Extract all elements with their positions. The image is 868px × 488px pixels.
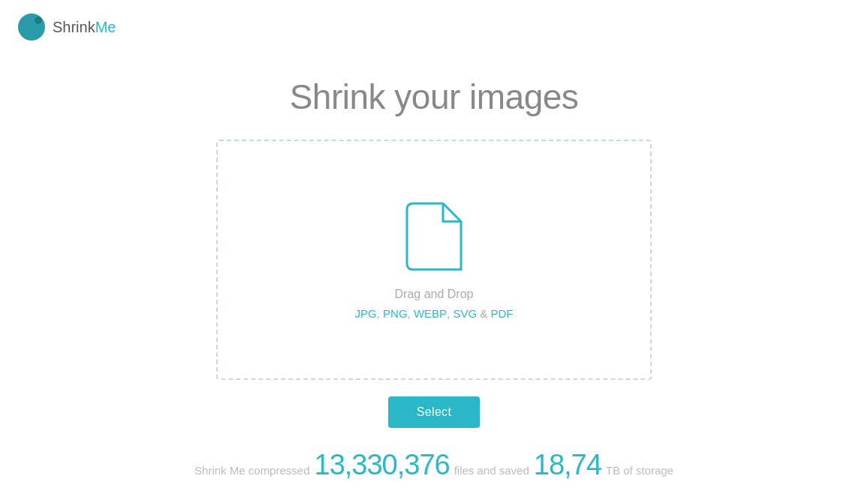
stats-prefix: Shrink Me compressed xyxy=(194,464,309,477)
type-webp: WEBP xyxy=(414,307,447,320)
main-content: Shrink your images Drag and Drop JPG, PN… xyxy=(0,54,868,481)
type-pdf: PDF xyxy=(490,307,513,320)
type-svg: SVG xyxy=(453,307,477,320)
stats-middle: files and saved xyxy=(454,464,529,477)
type-png: PNG xyxy=(383,307,408,320)
drag-drop-text: Drag and Drop xyxy=(395,288,474,301)
logo-me: Me xyxy=(95,19,116,35)
stats-suffix: TB of storage xyxy=(606,464,674,477)
dropzone[interactable]: Drag and Drop JPG, PNG, WEBP, SVG & PDF xyxy=(216,140,652,380)
header: ShrinkMe xyxy=(0,0,868,54)
type-jpg: JPG xyxy=(355,307,377,320)
select-button[interactable]: Select xyxy=(388,396,480,428)
file-icon xyxy=(404,200,464,273)
logo-text: ShrinkMe xyxy=(53,19,116,36)
stats-bar: Shrink Me compressed 13,330,376 files an… xyxy=(194,449,674,481)
stats-files-count: 13,330,376 xyxy=(315,449,450,481)
file-types-text: JPG, PNG, WEBP, SVG & PDF xyxy=(355,307,514,320)
logo-icon xyxy=(18,14,45,41)
stats-storage-count: 18,74 xyxy=(534,449,601,481)
logo-shrink: Shrink xyxy=(53,19,95,35)
page-title: Shrink your images xyxy=(290,77,579,117)
